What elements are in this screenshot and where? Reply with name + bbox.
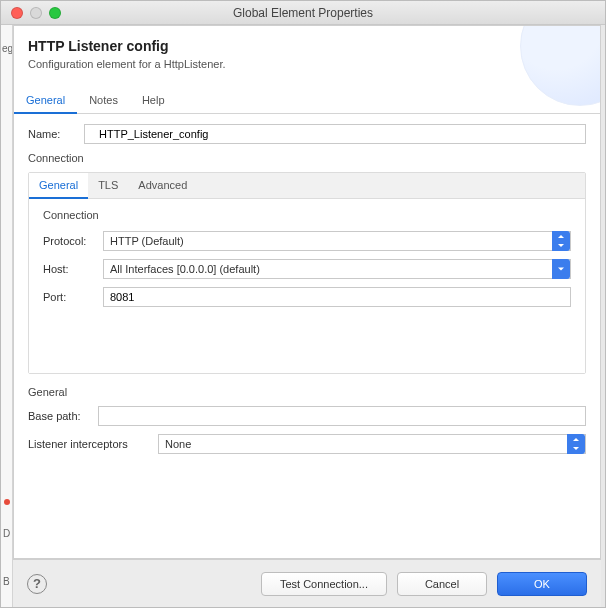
port-input[interactable]	[103, 287, 571, 307]
left-hint-b: B	[3, 576, 10, 587]
connection-inner-tabs: General TLS Advanced	[29, 173, 585, 199]
protocol-value: HTTP (Default)	[110, 235, 184, 247]
basepath-input[interactable]	[98, 406, 586, 426]
interceptors-value: None	[165, 438, 191, 450]
tab-general[interactable]: General	[14, 88, 77, 114]
dialog-subheading: Configuration element for a HttpListener…	[28, 58, 586, 70]
zoom-icon[interactable]	[49, 7, 61, 19]
top-tabs: General Notes Help	[14, 80, 600, 114]
row-host: Host: All Interfaces [0.0.0.0] (default)	[43, 259, 571, 279]
name-input[interactable]	[84, 124, 586, 144]
dialog-heading: HTTP Listener config	[28, 38, 586, 54]
interceptors-label: Listener interceptors	[28, 438, 158, 450]
port-label: Port:	[43, 291, 103, 303]
connection-section-label: Connection	[28, 152, 586, 164]
name-input-wrap: 🔗	[84, 124, 586, 144]
interceptors-arrow-icon	[567, 434, 585, 454]
tab-help[interactable]: Help	[130, 88, 177, 113]
titlebar: Global Element Properties	[1, 1, 605, 25]
tab-notes[interactable]: Notes	[77, 88, 130, 113]
left-hint-text: eg	[1, 43, 12, 54]
row-interceptors: Listener interceptors None	[28, 434, 586, 454]
dialog-window: Global Element Properties eg D B HTTP Li…	[0, 0, 606, 608]
connection-subtitle: Connection	[43, 209, 571, 221]
row-port: Port:	[43, 287, 571, 307]
tab-body-general: Name: 🔗 Connection General TLS Advanced …	[14, 114, 600, 558]
connection-panel: General TLS Advanced Connection Protocol…	[28, 172, 586, 374]
protocol-label: Protocol:	[43, 235, 103, 247]
dialog-content: HTTP Listener config Configuration eleme…	[13, 25, 601, 559]
minimize-icon	[30, 7, 42, 19]
cancel-button[interactable]: Cancel	[397, 572, 487, 596]
ok-button[interactable]: OK	[497, 572, 587, 596]
host-arrow-icon	[552, 259, 570, 279]
name-label: Name:	[28, 128, 84, 140]
host-value: All Interfaces [0.0.0.0] (default)	[110, 263, 260, 275]
host-combo[interactable]: All Interfaces [0.0.0.0] (default)	[103, 259, 571, 279]
dialog-footer: ? Test Connection... Cancel OK	[13, 559, 601, 607]
interceptors-select[interactable]: None	[158, 434, 586, 454]
protocol-arrow-icon	[552, 231, 570, 251]
window-title: Global Element Properties	[1, 6, 605, 20]
inner-tab-general[interactable]: General	[29, 173, 88, 199]
left-edge-slice: eg D B	[1, 25, 13, 607]
row-protocol: Protocol: HTTP (Default)	[43, 231, 571, 251]
connection-panel-body: Connection Protocol: HTTP (Default) Host…	[29, 199, 585, 373]
panel-spacer	[43, 315, 571, 355]
status-dot-icon	[4, 499, 10, 505]
close-icon[interactable]	[11, 7, 23, 19]
window-controls	[1, 7, 61, 19]
protocol-select[interactable]: HTTP (Default)	[103, 231, 571, 251]
dialog-header: HTTP Listener config Configuration eleme…	[14, 26, 600, 80]
inner-tab-tls[interactable]: TLS	[88, 173, 128, 198]
inner-tab-advanced[interactable]: Advanced	[128, 173, 197, 198]
row-basepath: Base path:	[28, 406, 586, 426]
host-label: Host:	[43, 263, 103, 275]
left-hint-d: D	[3, 528, 10, 539]
general-group-label: General	[28, 386, 586, 398]
help-icon[interactable]: ?	[27, 574, 47, 594]
test-connection-button[interactable]: Test Connection...	[261, 572, 387, 596]
basepath-label: Base path:	[28, 410, 98, 422]
name-row: Name: 🔗	[28, 124, 586, 144]
